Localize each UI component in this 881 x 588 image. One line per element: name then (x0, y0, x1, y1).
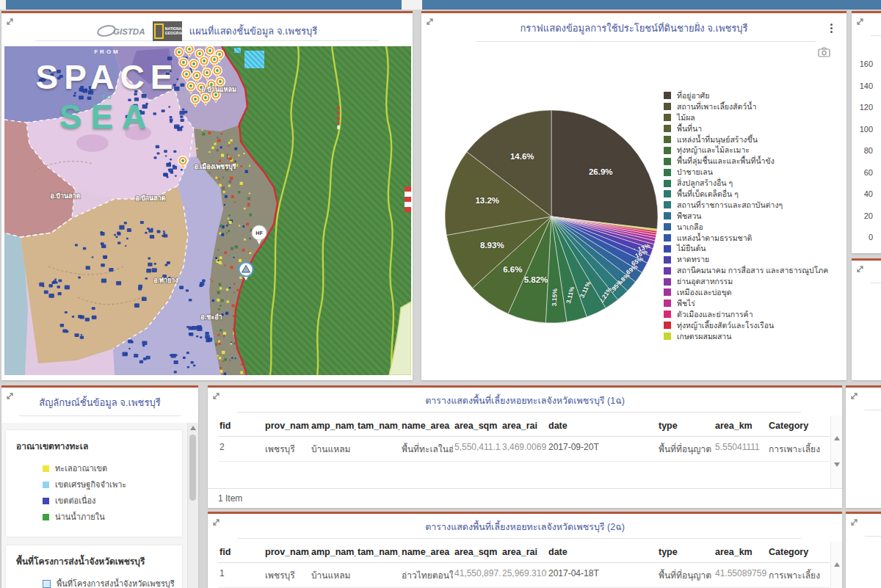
column-header[interactable]: area_sqm (453, 415, 501, 436)
pie-legend-item[interactable]: พื้นที่เบ็ดเตล็ดอื่น ๆ (664, 189, 840, 200)
y-axis-tick-label: 60 (851, 168, 873, 177)
pie-legend-item[interactable]: พื้นที่ลุ่มชื้นและและพื้นที่น้ำขัง (664, 156, 840, 167)
column-header[interactable]: area_km (714, 415, 767, 436)
legend-swatch-icon (664, 212, 671, 219)
pie-legend-item[interactable]: ไม้ยืนต้น (664, 243, 840, 254)
column-header[interactable]: prov_nam_t (264, 415, 310, 436)
legend-swatch-icon (664, 256, 671, 264)
column-header[interactable]: Category (767, 542, 826, 562)
table-row[interactable]: 2เพชรบุรีบ้านแหลมพื้นที่ทะเลในอ่า5,550,4… (218, 437, 830, 462)
column-header[interactable]: area_km (714, 542, 767, 562)
legend-swatch-icon (664, 103, 671, 110)
column-header[interactable]: amp_nam_t (310, 542, 356, 562)
column-header[interactable]: amp_nam_t (310, 415, 356, 436)
legend-swatch-icon (664, 92, 671, 99)
expand-icon[interactable] (5, 391, 15, 401)
column-header[interactable]: type (657, 542, 714, 562)
table-cell: เพชรบุรี (264, 563, 310, 587)
column-header[interactable]: area_sqm (453, 542, 501, 562)
pie-legend-item[interactable]: ย่านอุตสาหกรรม (664, 276, 840, 287)
title-underline (871, 283, 881, 283)
pie-legend-item[interactable]: สิ่งปลูกสร้างอื่น ๆ (664, 178, 840, 189)
table-row[interactable]: 1เพชรบุรีบ้านแหลมอ่าวไทยตอนใ41,550,897.5… (218, 563, 830, 588)
table2-panel: ตารางแสดงพื้นที่เลี้ยงหอยทะเลจังหวัดเพชร… (208, 512, 842, 588)
column-header[interactable]: Category (767, 415, 826, 436)
pie-legend-item[interactable]: แหล่งน้ำตามธรรมชาติ (664, 233, 840, 244)
scroll-up-icon[interactable] (834, 562, 840, 567)
scroll-down-icon[interactable] (834, 462, 840, 467)
column-header[interactable]: fid (218, 415, 264, 436)
expand-icon[interactable] (849, 391, 859, 401)
pie-legend-item[interactable]: ที่อยู่อาศัย (664, 90, 840, 101)
column-header[interactable]: area_rai (501, 542, 547, 562)
legend-swatch-icon (664, 234, 671, 242)
column-header[interactable]: tam_nam_t (356, 542, 400, 562)
clipped-panel (846, 512, 881, 588)
map-canvas[interactable]: HF อ.บ้านแหลมอ.เมืองเพชรบุรีอ.บ้านลาดอ.บ… (4, 46, 411, 375)
map-place-label: อ.บ้านแหลม (201, 86, 236, 93)
top-bar (0, 0, 881, 10)
column-header[interactable]: area_rai (501, 415, 547, 436)
column-header[interactable]: date (547, 542, 657, 562)
pie-legend-item[interactable]: พืชสวน (664, 211, 840, 222)
top-bar-segment (422, 0, 881, 10)
pie-legend-item[interactable]: พืชไร่ (664, 298, 840, 309)
title-underline (237, 538, 801, 539)
column-header[interactable]: prov_nam_t (264, 542, 310, 562)
table1-footer: 1 Item (208, 488, 842, 508)
pie-legend-item[interactable]: พื้นที่นา (664, 123, 840, 134)
column-header[interactable]: tam_nam_t (356, 415, 400, 436)
pie-legend-item[interactable]: เกษตรผสมผสาน (664, 331, 840, 342)
pie-legend-item[interactable]: ตัวเมืองและย่านการค้า (664, 309, 840, 320)
legend-swatch-icon (664, 288, 671, 296)
pie-legend-item[interactable]: สถานีคมนาคม การสื่อสาร และสาธารณูปโภค (664, 265, 840, 276)
legend-swatch-icon (664, 311, 671, 318)
y-axis-tick-label: 20 (851, 211, 873, 220)
column-header[interactable]: name_area (400, 542, 453, 562)
table-header-row: fidprov_nam_tamp_nam_ttam_nam_tname_area… (218, 542, 830, 563)
legend-section-title: พื้นที่โครงการส่งน้ำจังหวัดเพชรบุรี (16, 554, 175, 568)
map-place-label: อ.เมืองเพชรบุรี (194, 162, 236, 171)
expand-icon[interactable] (849, 518, 859, 527)
legend-item-label: เขตเศรษฐกิจจำเพาะ (55, 478, 126, 491)
expand-icon[interactable] (211, 518, 221, 527)
legend-item: พื้นที่โครงการส่งน้ำจังหวัดเพชรบุรี (43, 577, 175, 588)
pie-legend-item[interactable]: ทุ่งหญ้าเลี้ยงสัตว์และโรงเรือน (664, 320, 840, 331)
table-cell: 5,550,411.110 (453, 437, 501, 461)
expand-icon[interactable] (855, 17, 865, 26)
expand-icon[interactable] (211, 391, 221, 401)
natgeo-frame-icon (154, 23, 164, 39)
legend-swatch-icon (664, 223, 671, 231)
y-axis-tick-label: 160 (851, 59, 873, 68)
legend-item: เขตเศรษฐกิจจำเพาะ (43, 478, 175, 491)
pie-legend-item[interactable]: สถานที่ราชการและสถาบันต่างๆ (664, 200, 840, 211)
legend-scrollbar[interactable] (187, 423, 198, 588)
scroll-up-icon[interactable] (190, 426, 196, 430)
pie-value-label: 14.6% (510, 152, 534, 161)
scroll-up-icon[interactable] (834, 436, 840, 440)
pie-legend-item[interactable]: ทุ่งหญ้าและไม้ละเมาะ (664, 145, 840, 156)
y-axis-tick-label: 120 (851, 103, 873, 112)
pie-legend-item[interactable]: นาเกลือ (664, 222, 840, 233)
title-underline (865, 536, 881, 537)
legend-section: อาณาเขตทางทะเลทะเลอาณาเขตเขตเศรษฐกิจจำเพ… (6, 430, 182, 537)
column-header[interactable]: type (657, 415, 714, 436)
title-underline (865, 410, 881, 410)
scroll-thumb[interactable] (189, 435, 196, 501)
legend-swatch-icon (664, 158, 671, 165)
svg-text:GISTDA: GISTDA (113, 27, 145, 36)
table1-scrollbar[interactable] (830, 415, 842, 489)
column-header[interactable]: date (547, 415, 657, 436)
table2-scrollbar[interactable] (830, 542, 842, 588)
pie-value-label: 5.82% (524, 275, 548, 284)
column-header[interactable]: fid (218, 542, 264, 562)
pie-legend-item[interactable]: ไม้ผล (664, 112, 840, 123)
pie-legend-item[interactable]: หาดทราย (664, 254, 840, 265)
expand-icon[interactable] (855, 264, 865, 274)
pie-legend-item[interactable]: เหมืองและบ่อขุด (664, 287, 840, 298)
pie-legend-item[interactable]: สถานที่เพาะเลี้ยงสัตว์น้ำ (664, 101, 840, 112)
column-header[interactable]: name_area (400, 415, 453, 436)
pie-legend-item[interactable]: ป่าชายเลน (664, 167, 840, 178)
pie-legend-item[interactable]: แหล่งน้ำที่มนุษย์สร้างขึ้น (664, 134, 840, 145)
table-header-row: fidprov_nam_tamp_nam_ttam_nam_tname_area… (218, 415, 830, 437)
